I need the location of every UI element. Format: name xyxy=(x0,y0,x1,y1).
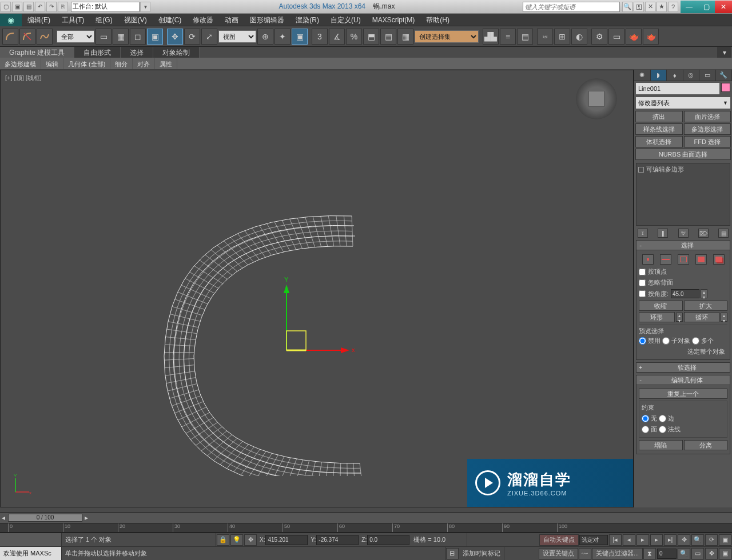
set-key-button[interactable]: 设置关键点 xyxy=(539,548,578,559)
subobj-edge-icon[interactable] xyxy=(660,254,671,265)
help-icon[interactable]: ? xyxy=(668,2,678,12)
lock-selection-icon[interactable]: 🔒 xyxy=(217,534,229,546)
snap-3d-icon[interactable]: 3 xyxy=(312,29,328,45)
exchange-icon[interactable]: ✕ xyxy=(645,2,655,12)
ribbon-tab-paint[interactable]: 对象绘制 xyxy=(153,47,200,58)
qat-redo-icon[interactable]: ↷ xyxy=(46,2,57,12)
ignore-backface-checkbox[interactable] xyxy=(639,279,646,286)
ribbon-panel-subdiv[interactable]: 细分 xyxy=(110,58,133,69)
goto-end-icon[interactable]: ▸| xyxy=(664,534,677,546)
unlink-icon[interactable] xyxy=(19,29,35,45)
display-tab-icon[interactable]: ▭ xyxy=(699,70,716,81)
menu-item-5[interactable]: 修改器 xyxy=(187,16,219,24)
ribbon-panel-props[interactable]: 属性 xyxy=(155,58,177,69)
preset-extrude[interactable]: 挤出 xyxy=(635,111,683,122)
align-icon[interactable]: ≡ xyxy=(500,29,516,45)
nav-fov-icon[interactable]: ▭ xyxy=(691,548,704,559)
add-time-tag[interactable]: 添加时间标记 xyxy=(459,547,504,560)
ribbon-panel-polymod[interactable]: 多边形建模 xyxy=(0,58,41,69)
configure-icon[interactable]: ▤ xyxy=(718,229,729,238)
ribbon-tab-select[interactable]: 选择 xyxy=(121,47,153,58)
utilities-tab-icon[interactable]: 🔧 xyxy=(716,70,733,81)
material-editor-icon[interactable]: ◐ xyxy=(571,29,587,45)
app-menu-button[interactable]: ◉ xyxy=(0,14,22,26)
ring-spinner[interactable]: ▴▾ xyxy=(676,313,683,322)
constraint-none-radio[interactable] xyxy=(642,415,649,422)
nav-pan2-icon[interactable]: ✥ xyxy=(705,548,718,559)
rollout-soft-header[interactable]: +软选择 xyxy=(636,362,730,373)
key-filter-button[interactable]: 关键点过滤器... xyxy=(592,548,643,559)
nav-zoom-icon[interactable]: 🔍 xyxy=(691,534,704,546)
rollout-editgeom-header[interactable]: -编辑几何体 xyxy=(636,375,730,385)
menu-item-0[interactable]: 编辑(E) xyxy=(22,16,56,24)
schematic-icon[interactable]: ⊞ xyxy=(554,29,570,45)
workspace-dropdown[interactable]: 工作台: 默认 xyxy=(71,2,140,12)
time-tag-icon[interactable]: ⊟ xyxy=(446,548,459,559)
next-frame-icon[interactable]: ▸ xyxy=(650,534,663,546)
curve-editor-icon[interactable]: ⎃ xyxy=(537,29,553,45)
selected-set-field[interactable]: 选定对 xyxy=(579,535,608,545)
preset-patchsel[interactable]: 面片选择 xyxy=(684,111,731,122)
x-coord-field[interactable]: 415.201 xyxy=(265,535,308,545)
object-name-field[interactable]: Line001 xyxy=(636,83,719,94)
play-icon[interactable]: ▸ xyxy=(636,534,649,546)
maximize-button[interactable]: ▢ xyxy=(698,1,715,13)
favorite-icon[interactable]: ★ xyxy=(657,2,667,12)
render-setup-icon[interactable]: ⚙ xyxy=(591,29,607,45)
menu-item-7[interactable]: 图形编辑器 xyxy=(244,16,290,24)
goto-start-icon[interactable]: |◂ xyxy=(609,534,622,546)
time-config-icon[interactable]: ⧗ xyxy=(643,548,656,559)
z-coord-field[interactable]: 0.0 xyxy=(367,535,409,545)
shrink-button[interactable]: 收缩 xyxy=(639,301,683,311)
manipulate-icon[interactable]: ✦ xyxy=(274,29,291,45)
menu-item-6[interactable]: 动画 xyxy=(219,16,244,24)
menu-item-8[interactable]: 渲染(R) xyxy=(290,16,325,24)
pin-stack-icon[interactable]: ⟟ xyxy=(638,229,648,238)
time-slider-bar[interactable]: ◂ 0 / 100 ▸ xyxy=(0,512,732,523)
time-ruler[interactable]: 0102030405060708090100 xyxy=(0,523,732,533)
create-tab-icon[interactable]: ✺ xyxy=(634,70,651,81)
current-frame-field[interactable]: 0 xyxy=(657,549,677,559)
menu-item-4[interactable]: 创建(C) xyxy=(153,16,188,24)
close-button[interactable]: ✕ xyxy=(715,1,732,13)
spinner-snap-icon[interactable]: ⬒ xyxy=(363,29,379,45)
angle-spinner[interactable] xyxy=(671,289,699,298)
ring-button[interactable]: 环形 xyxy=(639,312,675,322)
modifier-list-dropdown[interactable]: 修改器列表 xyxy=(636,97,730,109)
preset-polysel[interactable]: 多边形选择 xyxy=(684,123,731,135)
preview-subobj-radio[interactable] xyxy=(662,337,670,345)
ribbon-collapse-icon[interactable]: ▾ xyxy=(717,47,732,58)
qat-link-icon[interactable]: ⎘ xyxy=(58,2,68,12)
expand-icon[interactable] xyxy=(638,167,644,173)
qat-save-icon[interactable]: ▤ xyxy=(23,2,34,12)
edged-faces-icon[interactable]: ▤ xyxy=(380,29,396,45)
constraint-edge-radio[interactable] xyxy=(659,415,666,422)
nav-max-icon[interactable]: ▣ xyxy=(719,534,731,546)
key-tangent-icon[interactable]: 〰 xyxy=(579,548,591,559)
subobj-border-icon[interactable] xyxy=(678,254,689,265)
viewcube[interactable] xyxy=(576,78,617,119)
auto-key-button[interactable]: 自动关键点 xyxy=(539,534,579,546)
window-crossing-icon[interactable]: ▣ xyxy=(147,29,163,45)
angle-snap-icon[interactable]: ∡ xyxy=(329,29,345,45)
render-icon[interactable]: 🫖 xyxy=(626,29,642,45)
show-end-icon[interactable]: ǁ xyxy=(658,229,668,238)
by-vertex-checkbox[interactable] xyxy=(639,269,646,275)
isolate-icon[interactable]: 💡 xyxy=(230,534,243,546)
menu-item-11[interactable]: 帮助(H) xyxy=(420,16,455,24)
link-icon[interactable] xyxy=(2,29,18,45)
pivot-icon[interactable]: ⊕ xyxy=(257,29,273,45)
nav-orbit-icon[interactable]: ⟳ xyxy=(705,534,718,546)
repeat-last-button[interactable]: 重复上一个 xyxy=(639,389,727,399)
mirror-icon[interactable]: ▟▙ xyxy=(483,29,499,45)
preset-nurbs[interactable]: NURBS 曲面选择 xyxy=(635,149,731,160)
signin-icon[interactable]: ⚿ xyxy=(634,2,644,12)
constraint-normal-radio[interactable] xyxy=(659,426,666,433)
viewport[interactable]: [+] [顶] [线框] // generate cross hatches (… xyxy=(0,70,634,507)
subobj-polygon-icon[interactable] xyxy=(695,254,707,265)
bind-icon[interactable] xyxy=(37,29,53,45)
nav-pan-icon[interactable]: ✥ xyxy=(678,534,690,546)
subobj-vertex-icon[interactable] xyxy=(642,254,654,265)
modify-tab-icon[interactable]: ◗ xyxy=(651,70,667,81)
timeline-next-icon[interactable]: ▸ xyxy=(85,514,88,522)
